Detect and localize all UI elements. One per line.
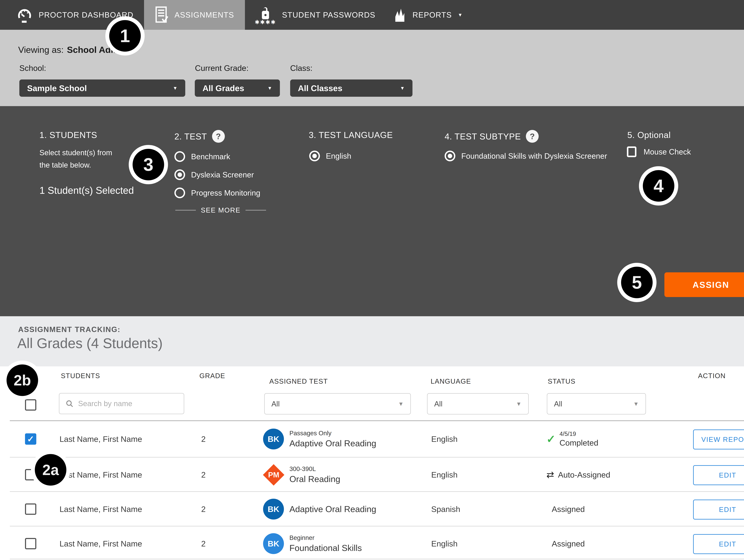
assigned-test-cell: Passages Only Adaptive Oral Reading [289,422,376,456]
student-grade: 2 [201,422,206,456]
assigned-test-cell: 300-390L Oral Reading [289,457,340,492]
gauge-icon [16,6,33,24]
status-cell: Assigned [552,492,585,526]
step-test-title: 2. TEST ? [174,130,225,143]
language-cell: English [431,422,457,456]
table-row: Last Name, First Name 2 PM 300-390L Oral… [0,457,744,492]
radio-progress-monitoring[interactable]: Progress Monitoring [174,187,260,199]
status-cell: ✓ 4/5/19 Completed [546,422,598,456]
radio-selected-icon [445,151,455,161]
divider [246,210,266,211]
row-checkbox[interactable] [25,538,36,549]
nav-student-passwords[interactable]: ✱✱✱✱ STUDENT PASSWORDS [255,0,375,30]
assignment-tracking-band: ASSIGNMENT TRACKING: All Grades (4 Stude… [0,316,744,366]
student-grade: 2 [201,526,206,560]
caret-down-icon: ▼ [400,86,405,90]
school-select[interactable]: Sample School ▼ [20,79,185,97]
nav-assignments-tab-active[interactable]: ASSIGNMENTS [144,0,245,30]
benchmark-badge: BK [263,533,284,554]
step-students-title: 1. STUDENTS [39,130,97,140]
edit-button[interactable]: EDIT [693,465,744,485]
col-header-grade: GRADE [199,372,225,380]
nav-assignments-label: ASSIGNMENTS [175,10,234,20]
radio-selected-icon [174,170,185,180]
col-header-action: ACTION [698,372,726,380]
caret-down-icon: ▼ [516,401,522,407]
viewing-as-label: Viewing as: [18,45,64,55]
caret-down-icon: ▼ [267,86,272,90]
divider [10,420,744,421]
status-filter[interactable]: All ▼ [547,393,646,414]
school-select-value: Sample School [27,83,87,93]
callout-1: 1 [105,16,145,55]
radio-dyslexia-screener[interactable]: Dyslexia Screener [174,169,254,181]
radio-circle-icon [174,188,185,198]
assignments-page: PROCTOR DASHBOARD ASSIGNMENTS ✱✱✱✱ [0,0,744,560]
students-hint: Select student(s) from the table below. [39,147,112,171]
col-header-assigned-test: ASSIGNED TEST [269,377,328,385]
reports-chart-icon [393,6,407,24]
help-icon[interactable]: ? [526,130,538,143]
table-row: Last Name, First Name 2 BK Adaptive Oral… [0,492,744,526]
col-header-status: STATUS [548,377,575,385]
caret-down-icon: ▼ [633,401,639,407]
radio-circle-icon [174,151,185,162]
col-header-language: LANGUAGE [431,377,471,385]
assign-button[interactable]: ASSIGN [664,272,744,297]
nav-reports[interactable]: REPORTS ▼ [393,0,463,30]
divider [175,210,196,211]
assigned-test-filter-value: All [271,400,280,408]
progress-monitoring-badge: PM [263,464,284,486]
auto-assign-loop-icon: ⇄ [546,469,554,480]
callout-5: 5 [617,263,657,302]
radio-english[interactable]: English [309,150,351,162]
student-name: Last Name, First Name [60,457,142,492]
status-filter-value: All [554,400,562,408]
status-cell: Assigned [552,526,585,560]
edit-button[interactable]: EDIT [693,499,744,520]
language-cell: English [431,457,457,492]
search-box [59,393,184,414]
select-all-checkbox[interactable] [25,399,36,411]
check-icon: ✓ [27,434,34,444]
radio-foundational-skills[interactable]: Foundational Skills with Dyslexia Screen… [445,150,607,162]
radio-benchmark[interactable]: Benchmark [174,150,230,163]
status-text: Completed [559,438,598,447]
password-asterisks-icon: ✱✱✱✱ [255,21,276,24]
callout-4: 4 [639,166,678,206]
row-checkbox[interactable] [25,503,36,515]
assigned-test-cell: Adaptive Oral Reading [289,492,376,526]
student-grade: 2 [201,457,206,492]
status-text: Auto-Assigned [558,470,610,479]
assignments-doc-icon [155,6,169,24]
class-label: Class: [290,63,312,73]
radio-selected-icon [309,151,320,161]
mouse-check-checkbox[interactable]: Mouse Check [627,146,691,157]
status-cell: ⇄ Auto-Assigned [546,457,610,492]
green-check-icon: ✓ [546,433,556,445]
student-name: Last Name, First Name [60,492,142,526]
assigned-test-filter[interactable]: All ▼ [264,393,411,414]
caret-down-icon: ▼ [458,12,463,17]
callout-3: 3 [129,145,168,184]
student-name: Last Name, First Name [60,422,142,456]
language-filter[interactable]: All ▼ [427,393,529,414]
step-subtype-title: 4. TEST SUBTYPE ? [445,130,538,143]
checkbox-empty-icon [627,146,636,157]
class-select[interactable]: All Classes ▼ [290,79,412,97]
divider [10,559,744,559]
search-input[interactable] [78,399,174,408]
caret-down-icon: ▼ [398,401,404,407]
view-report-button[interactable]: VIEW REPORT [693,430,744,449]
caret-down-icon: ▼ [173,86,178,90]
help-icon[interactable]: ? [212,130,225,143]
edit-button[interactable]: EDIT [693,534,744,554]
see-more-link[interactable]: SEE MORE [175,206,266,214]
status-date: 4/5/19 [559,431,598,437]
callout-2b: 2b [3,361,42,400]
row-checkbox-checked[interactable]: ✓ [25,433,36,445]
lock-icon: ✱✱✱✱ [255,6,276,24]
grade-select[interactable]: All Grades ▼ [195,79,280,97]
benchmark-badge: BK [263,428,284,449]
benchmark-badge: BK [263,499,284,520]
